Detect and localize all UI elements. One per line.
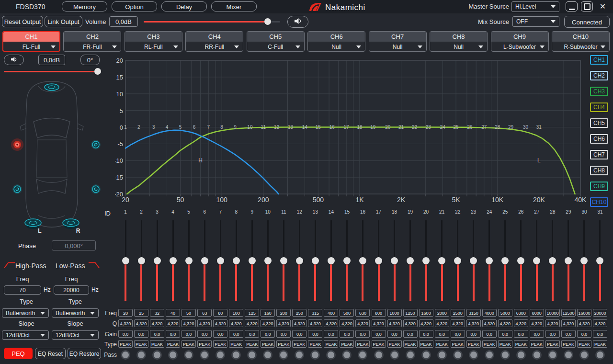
freq-cell[interactable]: 1000 (387, 309, 402, 317)
q-cell[interactable]: 4,320 (561, 319, 576, 327)
channel-gain-slider[interactable] (4, 71, 101, 72)
gain-cell[interactable]: 0,0 (372, 330, 386, 338)
chart-channel-toggle-ch1[interactable]: CH1 (590, 55, 608, 65)
type-cell[interactable]: PEAK (308, 340, 322, 348)
channel-mode-select[interactable]: RR-Full (186, 42, 243, 52)
channel-button-ch4[interactable]: CH4RR-Full (185, 31, 243, 52)
q-cell[interactable]: 4,320 (308, 319, 322, 327)
q-cell[interactable]: 4,320 (197, 319, 212, 327)
band-slider-knob[interactable] (185, 257, 193, 264)
speaker-rear-left-icon[interactable] (12, 184, 22, 194)
gain-cell[interactable]: 0,0 (451, 330, 465, 338)
q-cell[interactable]: 4,320 (340, 319, 354, 327)
gain-cell[interactable]: 0,0 (134, 330, 148, 338)
lowpass-slope-select[interactable]: 12dB/Oct (52, 330, 99, 340)
freq-cell[interactable]: 80 (213, 309, 227, 317)
chart-channel-toggle-ch2[interactable]: CH2 (590, 71, 608, 80)
type-cell[interactable]: PEAK (451, 340, 465, 348)
master-source-select[interactable]: Hi.Level (511, 1, 559, 12)
chart-channel-toggle-ch3[interactable]: CH3 (590, 87, 608, 96)
q-cell[interactable]: 4,320 (245, 319, 259, 327)
q-cell[interactable]: 4,320 (324, 319, 338, 327)
pass-toggle[interactable] (374, 350, 384, 360)
channel-mute-button[interactable] (4, 55, 24, 65)
freq-cell[interactable]: 630 (355, 309, 370, 317)
chart-channel-toggle-ch4[interactable]: CH4 (590, 102, 608, 112)
gain-cell[interactable]: 0,0 (355, 330, 370, 338)
eq-point-20[interactable]: 20 (385, 125, 391, 130)
channel-mode-select[interactable]: Null (430, 42, 487, 52)
q-cell[interactable]: 4,320 (118, 319, 133, 327)
type-cell[interactable]: PEAK (561, 340, 576, 348)
type-cell[interactable]: PEAK (118, 340, 133, 348)
q-cell[interactable]: 4,320 (134, 319, 148, 327)
eq-restore-button[interactable]: EQ Restore (68, 348, 101, 359)
q-cell[interactable]: 4,320 (498, 319, 512, 327)
band-slider-knob[interactable] (359, 257, 366, 264)
speaker-front-center-icon[interactable] (45, 84, 59, 91)
q-cell[interactable]: 4,320 (355, 319, 370, 327)
pass-toggle[interactable] (216, 350, 225, 360)
lowpass-freq-input[interactable]: 20000 (54, 285, 89, 295)
q-cell[interactable]: 4,320 (387, 319, 402, 327)
type-cell[interactable]: PEAK (150, 340, 164, 348)
pass-toggle[interactable] (263, 350, 272, 360)
channel-degree-value[interactable]: 0° (80, 55, 100, 65)
type-cell[interactable]: PEAK (134, 340, 148, 348)
freq-cell[interactable]: 125 (245, 309, 259, 317)
phase-value[interactable]: 0,000° (52, 240, 96, 250)
type-cell[interactable]: PEAK (387, 340, 402, 348)
lowpass-handle[interactable]: L (537, 157, 541, 164)
q-cell[interactable]: 4,320 (166, 319, 180, 327)
eq-chart[interactable]: 20151050-5-10-15-2020501002005001K2K5K10… (115, 55, 587, 208)
q-cell[interactable]: 4,320 (292, 319, 306, 327)
type-cell[interactable]: PEAK (276, 340, 291, 348)
volume-value[interactable]: 0,0dB (109, 16, 138, 27)
q-cell[interactable]: 4,320 (419, 319, 433, 327)
gain-cell[interactable]: 0,0 (387, 330, 402, 338)
pass-toggle[interactable] (390, 350, 399, 360)
gain-cell[interactable]: 0,0 (261, 330, 275, 338)
speaker-rear-right-icon[interactable] (91, 184, 101, 194)
band-slider-knob[interactable] (201, 257, 208, 264)
pass-toggle[interactable] (121, 350, 130, 360)
eq-point-17[interactable]: 17 (343, 125, 349, 130)
highpass-slope-select[interactable]: 12dB/Oct (2, 330, 49, 340)
freq-cell[interactable]: 100 (229, 309, 243, 317)
channel-mode-select[interactable]: Null (369, 42, 426, 52)
channel-button-ch2[interactable]: CH2FR-Full (63, 31, 121, 52)
gain-cell[interactable]: 0,0 (545, 330, 560, 338)
q-cell[interactable]: 4,320 (182, 319, 196, 327)
type-cell[interactable]: PEAK (372, 340, 386, 348)
type-cell[interactable]: PEAK (593, 340, 607, 348)
type-cell[interactable]: PEAK (355, 340, 370, 348)
type-cell[interactable]: PEAK (466, 340, 481, 348)
eq-point-10[interactable]: 10 (247, 125, 253, 130)
band-slider-knob[interactable] (280, 257, 287, 264)
chart-channel-toggle-ch8[interactable]: CH8 (590, 166, 608, 175)
eq-point-12[interactable]: 12 (274, 125, 280, 130)
eq-point-29[interactable]: 29 (508, 125, 514, 130)
channel-mode-select[interactable]: C-Full (247, 42, 304, 52)
pass-toggle[interactable] (231, 350, 241, 360)
q-cell[interactable]: 4,320 (435, 319, 449, 327)
pass-toggle[interactable] (595, 350, 605, 360)
type-cell[interactable]: PEAK (403, 340, 418, 348)
freq-cell[interactable]: 4000 (482, 309, 497, 317)
freq-cell[interactable]: 2500 (451, 309, 465, 317)
gain-cell[interactable]: 0,0 (292, 330, 306, 338)
band-slider-knob[interactable] (170, 257, 177, 264)
pass-toggle[interactable] (310, 350, 320, 360)
freq-cell[interactable]: 32 (150, 309, 164, 317)
eq-point-23[interactable]: 23 (426, 125, 431, 130)
eq-point-16[interactable]: 16 (329, 125, 335, 130)
type-cell[interactable]: PEAK (292, 340, 306, 348)
reset-output-button[interactable]: Reset Output (2, 16, 43, 27)
master-mute-button[interactable] (287, 16, 308, 28)
highpass-type-select[interactable]: Butterworth (2, 308, 49, 318)
chart-channel-toggle-ch9[interactable]: CH9 (590, 182, 608, 191)
pass-toggle[interactable] (516, 350, 526, 360)
freq-cell[interactable]: 315 (308, 309, 322, 317)
gain-cell[interactable]: 0,0 (150, 330, 164, 338)
channel-button-ch6[interactable]: CH6Null (307, 31, 365, 52)
